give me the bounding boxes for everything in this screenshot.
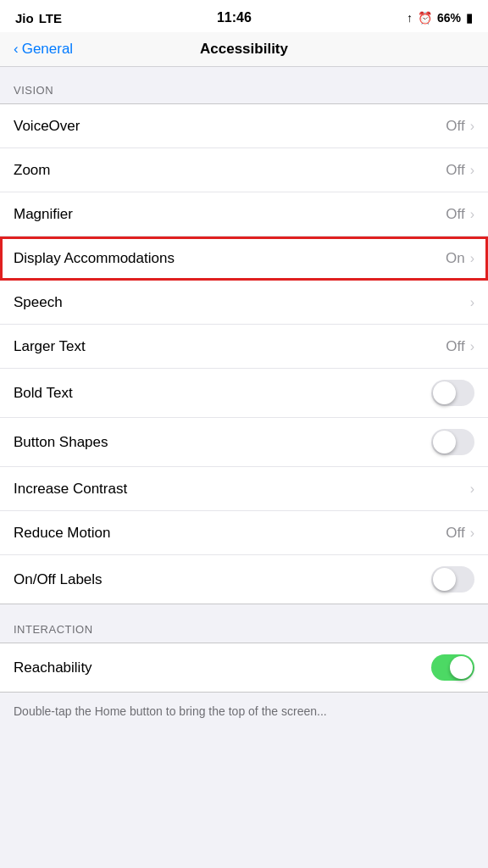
nav-bar: ‹ General Accessibility bbox=[0, 32, 488, 67]
page-title: Accessibility bbox=[200, 41, 288, 58]
alarm-icon: ⏰ bbox=[418, 11, 432, 25]
battery-icon: ▮ bbox=[466, 11, 473, 25]
row-value-larger-text: Off bbox=[446, 338, 464, 355]
footer-hint: Double-tap the Home button to bring the … bbox=[0, 694, 488, 728]
chevron-icon-zoom: › bbox=[470, 163, 474, 178]
row-value-zoom: Off bbox=[446, 162, 464, 179]
row-label-reachability: Reachability bbox=[14, 659, 92, 676]
row-value-voiceover: Off bbox=[446, 118, 464, 135]
row-label-reduce-motion: Reduce Motion bbox=[14, 525, 110, 542]
settings-row-button-shapes[interactable]: Button Shapes bbox=[0, 418, 488, 467]
row-value-display-accommodations: On bbox=[446, 250, 465, 267]
row-label-button-shapes: Button Shapes bbox=[14, 434, 108, 451]
row-right-button-shapes bbox=[431, 429, 474, 455]
back-label: General bbox=[22, 41, 73, 58]
row-right-increase-contrast: › bbox=[470, 481, 474, 497]
row-right-magnifier: Off› bbox=[446, 206, 474, 223]
chevron-icon-speech: › bbox=[470, 295, 474, 310]
row-right-reduce-motion: Off› bbox=[446, 525, 474, 542]
chevron-icon-increase-contrast: › bbox=[470, 481, 474, 497]
row-right-bold-text bbox=[431, 380, 474, 406]
settings-row-increase-contrast[interactable]: Increase Contrast› bbox=[0, 467, 488, 511]
toggle-reachability[interactable] bbox=[431, 654, 474, 681]
section-header-vision: VISION bbox=[0, 67, 488, 103]
row-label-zoom: Zoom bbox=[14, 162, 50, 179]
settings-row-speech[interactable]: Speech› bbox=[0, 281, 488, 325]
toggle-on-off-labels[interactable] bbox=[431, 566, 474, 593]
toggle-button-shapes[interactable] bbox=[431, 429, 474, 455]
row-label-on-off-labels: On/Off Labels bbox=[14, 571, 103, 588]
chevron-icon-larger-text: › bbox=[470, 339, 474, 354]
row-label-voiceover: VoiceOver bbox=[14, 118, 80, 135]
row-value-reduce-motion: Off bbox=[446, 525, 464, 542]
row-label-magnifier: Magnifier bbox=[14, 206, 73, 223]
row-right-larger-text: Off› bbox=[446, 338, 474, 355]
settings-row-zoom[interactable]: ZoomOff› bbox=[0, 148, 488, 192]
location-icon: ↑ bbox=[407, 11, 413, 25]
chevron-icon-display-accommodations: › bbox=[470, 251, 474, 266]
carrier-label: Jio bbox=[15, 11, 34, 25]
settings-row-voiceover[interactable]: VoiceOverOff› bbox=[0, 104, 488, 148]
settings-group-interaction: Reachability bbox=[0, 643, 488, 693]
row-label-larger-text: Larger Text bbox=[14, 338, 86, 355]
settings-row-display-accommodations[interactable]: Display AccommodationsOn› bbox=[0, 236, 488, 281]
status-bar: Jio LTE 11:46 ↑ ⏰ 66% ▮ bbox=[0, 0, 488, 32]
row-right-voiceover: Off› bbox=[446, 118, 474, 135]
settings-row-magnifier[interactable]: MagnifierOff› bbox=[0, 192, 488, 236]
status-time: 11:46 bbox=[217, 10, 252, 25]
settings-row-on-off-labels[interactable]: On/Off Labels bbox=[0, 555, 488, 604]
toggle-bold-text[interactable] bbox=[431, 380, 474, 406]
row-right-reachability bbox=[431, 654, 474, 681]
chevron-icon-magnifier: › bbox=[470, 207, 474, 222]
settings-row-reachability[interactable]: Reachability bbox=[0, 643, 488, 692]
row-right-speech: › bbox=[470, 295, 474, 310]
settings-row-reduce-motion[interactable]: Reduce MotionOff› bbox=[0, 511, 488, 555]
content: VISIONVoiceOverOff›ZoomOff›MagnifierOff›… bbox=[0, 67, 488, 728]
row-right-display-accommodations: On› bbox=[446, 250, 474, 267]
battery-percent: 66% bbox=[437, 11, 461, 25]
network-label: LTE bbox=[39, 11, 62, 25]
row-label-increase-contrast: Increase Contrast bbox=[14, 481, 127, 498]
settings-row-larger-text[interactable]: Larger TextOff› bbox=[0, 325, 488, 369]
status-icons: ↑ ⏰ 66% ▮ bbox=[407, 11, 473, 25]
row-label-bold-text: Bold Text bbox=[14, 385, 73, 402]
settings-group-vision: VoiceOverOff›ZoomOff›MagnifierOff›Displa… bbox=[0, 103, 488, 604]
row-right-on-off-labels bbox=[431, 566, 474, 593]
back-button[interactable]: ‹ General bbox=[14, 41, 73, 58]
back-chevron-icon: ‹ bbox=[14, 41, 19, 58]
section-header-interaction: INTERACTION bbox=[0, 606, 488, 643]
chevron-icon-voiceover: › bbox=[470, 119, 474, 134]
row-label-display-accommodations: Display Accommodations bbox=[14, 250, 175, 267]
status-carrier: Jio LTE bbox=[15, 11, 62, 25]
chevron-icon-reduce-motion: › bbox=[470, 526, 474, 541]
row-right-zoom: Off› bbox=[446, 162, 474, 179]
row-label-speech: Speech bbox=[14, 294, 63, 311]
settings-row-bold-text[interactable]: Bold Text bbox=[0, 369, 488, 418]
row-value-magnifier: Off bbox=[446, 206, 464, 223]
